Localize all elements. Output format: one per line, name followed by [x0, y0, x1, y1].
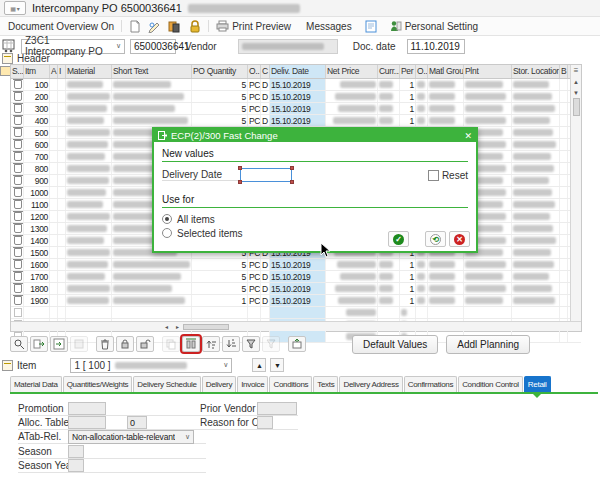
vendor-field[interactable] — [238, 39, 338, 54]
tab-delivery-address[interactable]: Delivery Address — [339, 376, 402, 392]
all-items-option[interactable]: All items — [162, 212, 468, 226]
column-header[interactable]: Itm — [24, 65, 50, 78]
tab-conditions[interactable]: Conditions — [269, 376, 312, 392]
create-document-icon[interactable] — [129, 20, 141, 33]
display-item-button[interactable] — [30, 336, 48, 352]
messages-button[interactable]: Messages — [306, 21, 352, 32]
delete-row-icon[interactable] — [14, 80, 22, 89]
lock-item-button[interactable] — [116, 336, 134, 352]
reset-checkbox[interactable] — [428, 170, 439, 181]
item-overview-button[interactable] — [50, 336, 68, 352]
delete-row-icon[interactable] — [14, 140, 22, 149]
scrollbar-thumb[interactable] — [573, 98, 580, 116]
table-row[interactable]: 4005PCD15.10.20191 — [11, 115, 581, 127]
sort-descending-button[interactable] — [222, 336, 240, 352]
tab-confirmations[interactable]: Confirmations — [404, 376, 457, 392]
table-row[interactable]: 3005PCD15.10.20191 — [11, 103, 581, 115]
horizontal-scrollbar[interactable]: ◂ ▸ — [11, 321, 581, 331]
delete-row-icon[interactable] — [14, 248, 22, 257]
dialog-title-bar[interactable]: ECP(2)/300 Fast Change ✕ — [154, 129, 476, 142]
tab-material-data[interactable]: Material Data — [10, 376, 62, 392]
column-header[interactable]: PO Quantity — [192, 65, 248, 78]
delete-row-icon[interactable] — [14, 188, 22, 197]
addl-planning-button[interactable]: Addl Planning — [446, 335, 530, 354]
doc-date-field[interactable]: 11.10.2019 — [407, 39, 465, 54]
help-document-icon[interactable] — [365, 20, 377, 33]
delete-row-icon[interactable] — [14, 116, 22, 125]
hscrollbar-thumb[interactable] — [183, 324, 229, 330]
table-row[interactable]: 16005PCD15.10.20191 — [11, 259, 581, 271]
prior-vendor-field[interactable] — [257, 402, 297, 415]
sort-ascending-button[interactable] — [202, 336, 220, 352]
column-header[interactable]: Matl Group — [428, 65, 464, 78]
scroll-down-icon[interactable]: ▼ — [571, 87, 582, 98]
dialog-close-icon[interactable]: ✕ — [464, 131, 472, 141]
tab-retail[interactable]: Retail — [524, 376, 551, 392]
empty-table-row[interactable] — [11, 307, 581, 319]
column-header[interactable]: O... — [416, 65, 428, 78]
default-values-button[interactable]: Default Values — [352, 335, 438, 354]
tab-delivery[interactable]: Delivery — [202, 376, 237, 392]
tab-invoice[interactable]: Invoice — [237, 376, 268, 392]
season-field[interactable] — [68, 445, 84, 458]
delete-row-icon[interactable] — [14, 284, 22, 293]
alloc-table-item-field[interactable]: 0 — [127, 416, 147, 429]
table-settings-icon[interactable]: ≡ — [571, 65, 582, 76]
delete-row-icon[interactable] — [14, 128, 22, 137]
column-header[interactable]: Short Text — [112, 65, 192, 78]
delete-row-icon[interactable] — [14, 164, 22, 173]
column-header[interactable]: A — [50, 65, 58, 78]
table-row[interactable]: 18005PCD15.10.20191 — [11, 283, 581, 295]
column-header[interactable]: O... — [248, 65, 261, 78]
po-number-field[interactable]: 6500036641 — [130, 39, 176, 54]
lock-icon[interactable] — [188, 20, 201, 33]
system-menu-icon[interactable]: ▦▾ — [4, 1, 26, 15]
selected-items-radio[interactable] — [162, 228, 172, 238]
alloc-table-field[interactable] — [68, 416, 106, 429]
collapse-item-icon[interactable] — [2, 360, 13, 371]
personal-setting-button[interactable]: Personal Setting — [390, 20, 478, 32]
delete-row-icon[interactable] — [14, 152, 22, 161]
reset-checkbox-row[interactable]: Reset — [428, 170, 468, 181]
delete-row-icon[interactable] — [14, 296, 22, 305]
column-header[interactable]: Stor. Location — [512, 65, 560, 78]
cancel-button[interactable]: ✕ — [449, 231, 470, 247]
promotion-field[interactable] — [68, 402, 106, 415]
row-select-box[interactable] — [14, 308, 22, 317]
column-header[interactable]: Curr... — [378, 65, 400, 78]
delete-row-icon[interactable] — [14, 224, 22, 233]
filter-button[interactable] — [242, 336, 260, 352]
order-type-select[interactable]: Z3C1 Intercompany PO ∨ — [21, 39, 125, 54]
check-entries-button[interactable]: ⟲ — [425, 231, 446, 247]
delete-row-icon[interactable] — [14, 212, 22, 221]
other-document-icon[interactable] — [168, 20, 181, 33]
delete-row-icon[interactable] — [14, 260, 22, 269]
delete-row-icon[interactable] — [14, 200, 22, 209]
confirm-button[interactable]: ✓ — [388, 231, 409, 247]
delete-row-icon[interactable] — [14, 92, 22, 101]
next-item-button[interactable]: ▼ — [270, 358, 284, 372]
item-details-button[interactable] — [10, 336, 28, 352]
scroll-right-icon[interactable]: ▸ — [172, 321, 183, 332]
season-year-field[interactable] — [68, 459, 84, 472]
column-header[interactable]: Per — [400, 65, 416, 78]
column-header[interactable]: I — [58, 65, 66, 78]
delete-item-button[interactable] — [96, 336, 114, 352]
expand-header-icon[interactable] — [2, 53, 13, 64]
table-row[interactable]: 1005PCD15.10.20191 — [11, 79, 581, 91]
column-header[interactable]: Deliv. Date — [270, 65, 326, 78]
column-header[interactable]: C — [261, 65, 270, 78]
column-header[interactable]: S... — [11, 65, 24, 78]
delete-row-icon[interactable] — [14, 236, 22, 245]
print-preview-button[interactable]: Print Preview — [216, 20, 291, 32]
all-items-radio[interactable] — [162, 214, 172, 224]
tab-condition-control[interactable]: Condition Control — [458, 376, 523, 392]
previous-item-button[interactable]: ▲ — [252, 358, 266, 372]
column-header[interactable]: B — [560, 65, 568, 78]
unlock-item-button[interactable] — [136, 336, 154, 352]
tab-delivery-schedule[interactable]: Delivery Schedule — [133, 376, 200, 392]
scroll-left-icon[interactable]: ◂ — [161, 321, 172, 332]
table-row[interactable]: 19001PCD15.10.20191 — [11, 295, 581, 307]
tab-quantities-weights[interactable]: Quantities/Weights — [63, 376, 133, 392]
table-row[interactable]: 17005PCD15.10.20191 — [11, 271, 581, 283]
